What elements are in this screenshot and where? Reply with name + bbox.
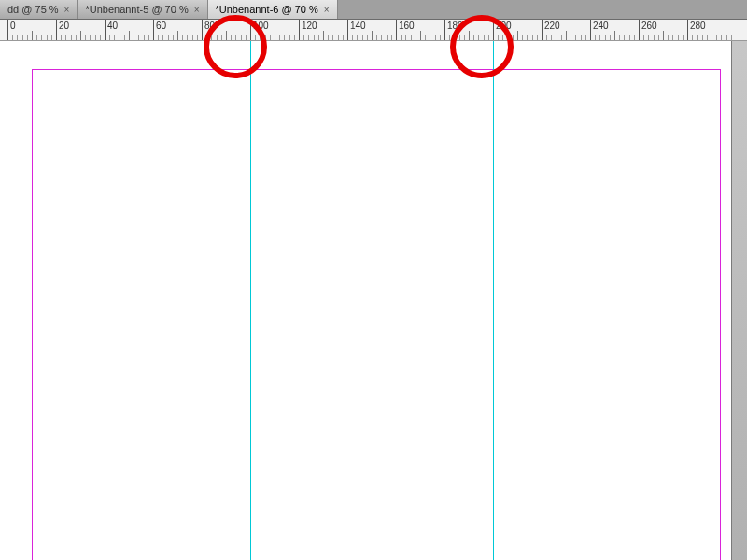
- app-root: dd @ 75 % × *Unbenannt-5 @ 70 % × *Unben…: [0, 0, 747, 560]
- ruler-tick-label: 140: [350, 21, 366, 31]
- ruler-tick-label: 120: [302, 21, 317, 31]
- tab-label: *Unbenannt-6 @ 70 %: [216, 4, 318, 15]
- tab-label: *Unbenannt-5 @ 70 %: [85, 4, 188, 15]
- ruler-tick-label: 60: [156, 21, 166, 31]
- document-tab-bar: dd @ 75 % × *Unbenannt-5 @ 70 % × *Unben…: [0, 0, 747, 20]
- ruler-tick-label: 260: [641, 21, 657, 31]
- vertical-guide[interactable]: [250, 41, 251, 560]
- tab-label: dd @ 75 %: [7, 4, 59, 15]
- horizontal-ruler[interactable]: 020406080100120140160180200220240260280: [0, 20, 747, 41]
- close-icon[interactable]: ×: [64, 5, 70, 15]
- ruler-tick-label: 240: [593, 21, 609, 31]
- ruler-tick-label: 220: [544, 21, 560, 31]
- ruler-tick-label: 0: [10, 21, 16, 31]
- vertical-scrollbar[interactable]: [731, 41, 747, 560]
- close-icon[interactable]: ×: [194, 5, 200, 15]
- page-margin-frame: [32, 69, 721, 560]
- ruler-tick-label: 200: [496, 21, 512, 31]
- document-tab[interactable]: *Unbenannt-6 @ 70 % ×: [208, 0, 338, 19]
- vertical-guide[interactable]: [493, 41, 494, 560]
- ruler-tick-label: 20: [59, 21, 69, 31]
- ruler-tick-label: 40: [107, 21, 118, 31]
- ruler-tick-label: 160: [399, 21, 415, 31]
- ruler-tick-label: 80: [204, 21, 215, 31]
- ruler-tick-label: 180: [447, 21, 463, 31]
- workarea: [0, 41, 747, 560]
- document-canvas[interactable]: [0, 41, 732, 560]
- document-tab[interactable]: *Unbenannt-5 @ 70 % ×: [78, 0, 207, 19]
- document-tab[interactable]: dd @ 75 % ×: [0, 0, 78, 19]
- ruler-tick-label: 280: [690, 21, 706, 31]
- close-icon[interactable]: ×: [324, 5, 330, 15]
- ruler-tick-label: 100: [253, 21, 269, 31]
- ruler-scale: 020406080100120140160180200220240260280: [0, 20, 747, 40]
